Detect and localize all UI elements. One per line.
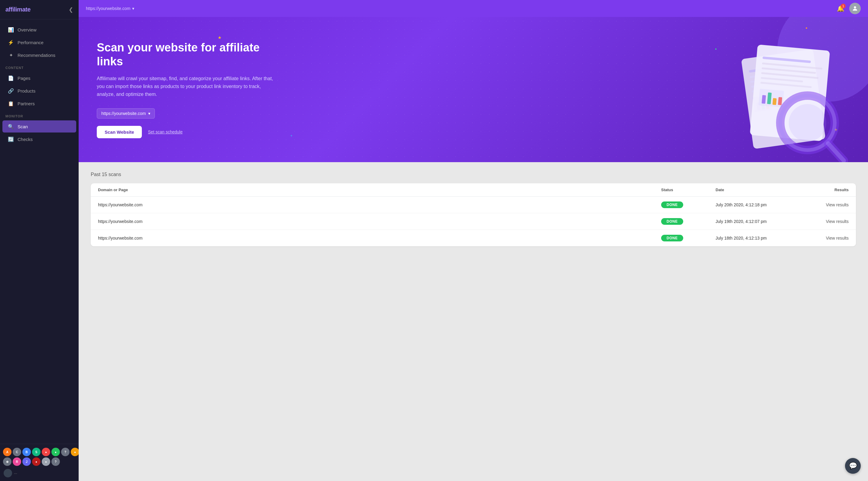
content-section-label: CONTENT [0,62,79,71]
view-results-link[interactable]: View results [800,219,849,224]
col-header-results: Results [800,187,849,192]
notification-button[interactable]: 🔔 1 [837,5,844,12]
network-green[interactable]: ● [52,448,60,456]
scan-date: July 20th 2020, 4:12:18 pm [716,202,800,207]
network-amazon[interactable]: A [3,448,11,456]
user-avatar[interactable] [849,3,861,14]
sidebar-item-scan[interactable]: 🔍 Scan [2,120,76,132]
products-icon: 🔗 [8,88,14,94]
col-header-status: Status [661,187,716,192]
svg-point-25 [789,104,826,142]
status-badge: DONE [661,218,683,225]
sidebar-item-products[interactable]: 🔗 Products [2,85,76,97]
sidebar-item-overview[interactable]: 📊 Overview [2,24,76,36]
network-indigo[interactable]: J [22,457,31,466]
status-badge: DONE [661,202,683,208]
topbar-right: 🔔 1 [837,3,861,14]
partners-icon: 📋 [8,100,14,107]
scan-website-button[interactable]: Scan Website [97,126,142,138]
view-results-link[interactable]: View results [800,236,849,241]
sidebar-item-checks[interactable]: 🔄 Checks [2,133,76,145]
sidebar-collapse-button[interactable]: ❮ [69,6,73,13]
sidebar-item-label: Products [18,88,35,93]
svg-rect-21 [772,98,777,105]
table-header: Domain or Page Status Date Results [91,183,856,197]
past-scans-title: Past 15 scans [91,172,856,177]
star-decoration-2: ● [715,47,717,51]
network-q2[interactable]: ? [52,457,60,466]
main-content: https://yourwebsite.com ▾ 🔔 1 ★ ● + ● ★ … [79,0,868,481]
hero-actions: Scan Website Set scan schedule [97,126,278,138]
hero-url-selector[interactable]: https://yourwebsite.com ▾ [97,108,155,119]
col-header-domain: Domain or Page [98,187,661,192]
scan-domain: https://yourwebsite.com [98,202,661,207]
scan-domain: https://yourwebsite.com [98,219,661,224]
topbar: https://yourwebsite.com ▾ 🔔 1 [79,0,868,17]
url-selector[interactable]: https://yourwebsite.com ▾ [86,6,134,11]
more-networks-button[interactable] [4,469,12,477]
hero-title: Scan your website for affiliate links [97,41,278,68]
sidebar-item-label: Pages [18,76,31,81]
star-decoration-1: ★ [218,35,222,40]
network-grid: A C B S ● ● ? ● ⊕ R J ● ● ? [3,448,75,466]
table-row: https://yourwebsite.com DONE July 18th 2… [91,230,856,246]
chat-icon: 💬 [849,462,857,470]
hero-description: Affilimate will crawl your sitemap, find… [97,75,278,99]
col-header-date: Date [716,187,800,192]
sidebar-item-label: Recommendations [18,53,55,58]
set-schedule-button[interactable]: Set scan schedule [148,129,182,134]
chat-button[interactable]: 💬 [845,458,861,474]
pages-icon: 📄 [8,75,14,81]
network-gray1[interactable]: ⊕ [3,457,11,466]
recommendations-icon: ✦ [8,52,14,58]
overview-icon: 📊 [8,27,14,33]
scan-table: Domain or Page Status Date Results https… [91,183,856,246]
scan-status: DONE [661,218,716,225]
sidebar-item-recommendations[interactable]: ✦ Recommendations [2,49,76,61]
view-results-link[interactable]: View results [800,202,849,207]
sidebar-navigation: 📊 Overview ⚡ Performance ✦ Recommendatio… [0,19,79,444]
network-cj[interactable]: C [13,448,21,456]
svg-rect-22 [778,97,782,105]
hero-url-text: https://yourwebsite.com [101,111,146,116]
network-bold[interactable]: B [22,448,31,456]
sidebar-item-label: Checks [18,137,33,142]
scan-date: July 18th 2020, 4:12:13 pm [716,236,800,241]
hero-section: ★ ● + ● ★ Scan your website for affiliat… [79,17,868,162]
hero-illustration [723,35,850,162]
sidebar-item-label: Performance [18,40,43,45]
monitor-section-label: MONITOR [0,110,79,120]
brand-logo: affilimate [5,6,31,13]
network-pink[interactable]: R [13,457,21,466]
sidebar-item-pages[interactable]: 📄 Pages [2,72,76,84]
sidebar-item-performance[interactable]: ⚡ Performance [2,36,76,49]
network-gray2[interactable]: ● [42,457,50,466]
scan-date: July 19th 2020, 4:12:07 pm [716,219,800,224]
sidebar-item-label: Overview [18,27,37,32]
sidebar-item-label: Partners [18,101,35,106]
sidebar-item-partners[interactable]: 📋 Partners [2,97,76,110]
status-badge: DONE [661,235,683,241]
svg-point-0 [854,6,856,8]
sidebar-item-label: Scan [18,124,28,129]
network-orange[interactable]: ● [71,448,79,456]
network-shareasale[interactable]: S [32,448,40,456]
network-q1[interactable]: ? [61,448,69,456]
network-red[interactable]: ● [42,448,50,456]
table-row: https://yourwebsite.com DONE July 19th 2… [91,213,856,230]
hero-url-dropdown-icon: ▾ [148,111,150,116]
more-label[interactable]: ··· [14,471,17,476]
scan-domain: https://yourwebsite.com [98,236,661,241]
scan-status: DONE [661,235,716,241]
network-darkred[interactable]: ● [32,457,40,466]
url-text: https://yourwebsite.com [86,6,130,11]
notification-badge: 1 [841,4,846,8]
avatar-icon [852,5,858,12]
content-area: Past 15 scans Domain or Page Status Date… [79,162,868,481]
table-row: https://yourwebsite.com DONE July 20th 2… [91,197,856,213]
scan-status: DONE [661,202,716,208]
star-decoration-4: ● [805,26,807,30]
svg-rect-19 [762,95,766,104]
sidebar-header: affilimate ❮ [0,0,79,19]
url-dropdown-icon: ▾ [132,6,134,11]
